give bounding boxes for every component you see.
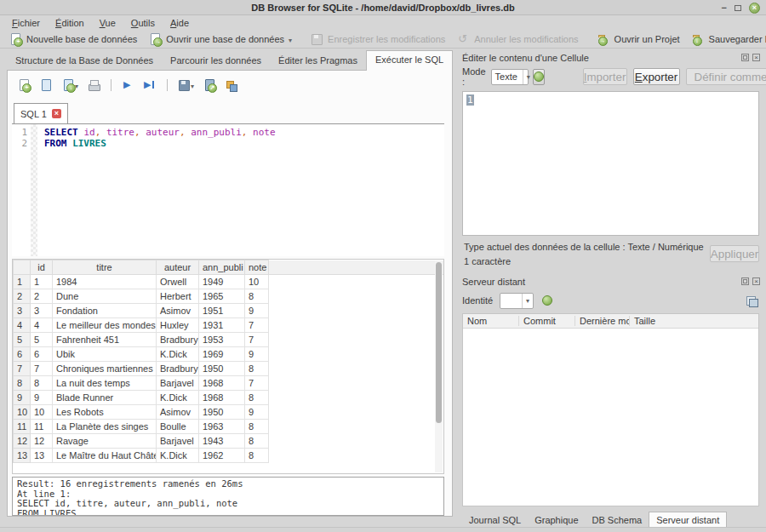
cell[interactable]: 12 — [31, 434, 53, 449]
cell[interactable]: 7 — [245, 318, 269, 333]
row-number[interactable]: 11 — [14, 420, 31, 434]
menu-vue[interactable]: Vue — [92, 17, 123, 29]
cell[interactable]: Chroniques martiennes — [53, 362, 157, 376]
new-sql-tab-button[interactable] — [16, 77, 32, 93]
row-number[interactable]: 7 — [14, 362, 31, 376]
bottom-tab-db-schema[interactable]: DB Schema — [586, 512, 649, 528]
apply-button[interactable]: Appliquer — [710, 245, 759, 262]
cell[interactable]: 1962 — [199, 449, 245, 463]
menu-edition[interactable]: Édition — [48, 17, 92, 29]
cell[interactable]: Boulle — [157, 420, 199, 434]
sql-file-tab[interactable]: SQL 1 — [14, 103, 68, 123]
cell[interactable]: La Planète des singes — [53, 420, 157, 434]
row-number[interactable]: 3 — [14, 304, 31, 318]
cell[interactable]: 7 — [245, 333, 269, 347]
cell[interactable]: 7 — [245, 376, 269, 391]
mode-select[interactable]: Texte — [491, 69, 529, 85]
cell[interactable]: 1968 — [199, 391, 245, 405]
close-panel-icon[interactable] — [752, 54, 760, 61]
save-changes-button[interactable]: Enregistrer les modifications — [306, 31, 450, 47]
close-tab-icon[interactable] — [52, 109, 61, 118]
remote-col-commit[interactable]: Commit — [519, 316, 575, 326]
cell[interactable]: 13 — [31, 449, 53, 463]
editor-code[interactable]: SELECT id, titre, auteur, ann_publi, not… — [37, 124, 444, 256]
menu-fichier[interactable]: Fichier — [4, 17, 48, 29]
cell[interactable]: 11 — [31, 420, 53, 434]
clone-database-button[interactable] — [744, 294, 759, 308]
cell[interactable]: 1963 — [199, 420, 245, 434]
remote-col-derniere-modific[interactable]: Dernière modific — [575, 316, 630, 326]
external-editor-button[interactable] — [202, 77, 218, 93]
cell[interactable]: Les Robots — [53, 405, 157, 420]
cell[interactable]: Fondation — [53, 304, 157, 318]
cell[interactable]: 1949 — [199, 275, 245, 289]
open-database-button[interactable]: Ouvrir une base de données — [144, 31, 297, 47]
cell[interactable]: 8 — [245, 420, 269, 434]
cell[interactable]: Orwell — [157, 275, 199, 289]
cell[interactable]: 9 — [245, 304, 269, 318]
cell[interactable]: Barjavel — [157, 376, 199, 391]
cell[interactable]: 1969 — [199, 347, 245, 362]
cell[interactable]: Asimov — [157, 405, 199, 420]
cell[interactable]: 9 — [31, 391, 53, 405]
cell[interactable]: 8 — [245, 434, 269, 449]
row-number[interactable]: 5 — [14, 333, 31, 347]
cell[interactable]: Bradbury — [157, 333, 199, 347]
float-panel-icon[interactable] — [741, 54, 749, 61]
tab-structure-de-la-base-de-donnees[interactable]: Structure de la Base de Données — [7, 52, 162, 70]
close-icon[interactable] — [749, 3, 760, 14]
cell[interactable]: 1984 — [53, 275, 157, 289]
cell[interactable]: Le meilleur des mondes — [53, 318, 157, 333]
results-scrollbar[interactable] — [435, 260, 443, 472]
cell[interactable]: La nuit des temps — [53, 376, 157, 391]
cell[interactable]: K.Dick — [157, 347, 199, 362]
results-col-titre[interactable]: titre — [53, 260, 157, 275]
cell[interactable]: Ubik — [53, 347, 157, 362]
cell[interactable]: 1950 — [199, 362, 245, 376]
row-number[interactable]: 6 — [14, 347, 31, 362]
cell[interactable]: Barjavel — [157, 434, 199, 449]
cell[interactable]: Herbert — [157, 289, 199, 304]
sql-editor[interactable]: 12 SELECT id, titre, auteur, ann_publi, … — [12, 124, 444, 256]
identity-select[interactable] — [500, 293, 534, 309]
cell[interactable]: 1951 — [199, 304, 245, 318]
cell[interactable]: 9 — [245, 347, 269, 362]
save-sql-file-button[interactable] — [60, 77, 80, 93]
row-number[interactable]: 12 — [14, 434, 31, 449]
cell-content-textarea[interactable]: 1 — [462, 91, 759, 236]
cell[interactable]: 1943 — [199, 434, 245, 449]
cell[interactable]: 1965 — [199, 289, 245, 304]
cell[interactable]: Blade Runner — [53, 391, 157, 405]
row-number[interactable]: 10 — [14, 405, 31, 420]
print-button[interactable] — [86, 77, 102, 93]
row-number[interactable]: 9 — [14, 391, 31, 405]
row-number[interactable]: 13 — [14, 449, 31, 463]
cell[interactable]: 7 — [31, 362, 53, 376]
cell[interactable]: K.Dick — [157, 449, 199, 463]
cell[interactable]: K.Dick — [157, 391, 199, 405]
cell[interactable]: 8 — [245, 449, 269, 463]
remote-col-taille[interactable]: Taille — [630, 316, 758, 326]
tab-editer-les-pragmas[interactable]: Éditer les Pragmas — [270, 52, 366, 70]
chevron-down-icon[interactable] — [191, 80, 194, 90]
scrollbar-thumb[interactable] — [436, 262, 442, 423]
cell[interactable]: 5 — [31, 333, 53, 347]
execute-line-button[interactable] — [142, 77, 158, 93]
chevron-down-icon[interactable] — [289, 34, 292, 44]
results-col-note[interactable]: note — [245, 260, 269, 275]
cell[interactable]: 2 — [31, 289, 53, 304]
tab-parcourir-les-donnees[interactable]: Parcourir les données — [162, 52, 270, 70]
row-number[interactable]: 8 — [14, 376, 31, 391]
cell[interactable]: 8 — [245, 289, 269, 304]
cell[interactable]: Asimov — [157, 304, 199, 318]
cell[interactable]: 1931 — [199, 318, 245, 333]
cell[interactable]: Dune — [53, 289, 157, 304]
export-results-button[interactable] — [176, 77, 196, 93]
execute-all-button[interactable] — [120, 77, 136, 93]
results-col-auteur[interactable]: auteur — [157, 260, 199, 275]
results-col-id[interactable]: id — [31, 260, 53, 275]
save-project-button[interactable]: Sauvegarder le projet — [687, 31, 766, 47]
cell[interactable]: 3 — [31, 304, 53, 318]
float-panel-icon[interactable] — [741, 277, 749, 285]
cell[interactable]: 1968 — [199, 376, 245, 391]
